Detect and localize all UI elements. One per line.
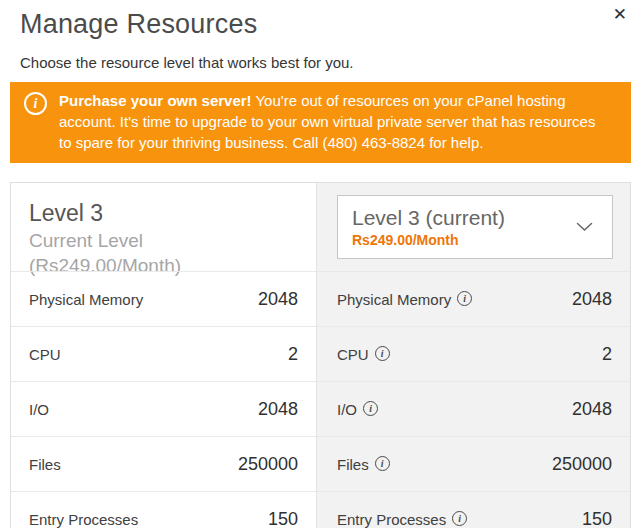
- upsell-banner: i Purchase your own server! You're out o…: [10, 82, 631, 163]
- table-row: Entry Processesi 150: [316, 491, 630, 528]
- resource-label: Filesi: [337, 456, 390, 473]
- resource-label: Entry Processes: [29, 511, 138, 528]
- resource-label: CPU: [29, 346, 61, 363]
- table-row: I/O 2048: [11, 381, 316, 436]
- table-row: CPU 2: [11, 326, 316, 381]
- resource-selected-value: 2048: [572, 399, 612, 420]
- table-row: Files 250000: [11, 436, 316, 491]
- level-selector-header-cell: Level 3 (current) Rs249.00/Month: [316, 183, 630, 271]
- table-row: CPUi 2: [316, 326, 630, 381]
- chevron-down-icon: [576, 218, 593, 236]
- info-icon[interactable]: i: [375, 456, 390, 471]
- resource-current-value: 250000: [238, 454, 298, 475]
- dialog-header: Manage Resources ✕: [0, 0, 641, 40]
- resource-current-value: 2: [288, 344, 298, 365]
- resource-label: Entry Processesi: [337, 511, 467, 528]
- resource-current-value: 2048: [258, 289, 298, 310]
- info-icon[interactable]: i: [457, 291, 472, 306]
- info-icon[interactable]: i: [452, 511, 467, 526]
- info-circle-icon: i: [24, 92, 47, 115]
- upsell-banner-text: Purchase your own server! You're out of …: [59, 90, 611, 153]
- resource-label: I/Oi: [337, 401, 378, 418]
- info-icon[interactable]: i: [375, 346, 390, 361]
- table-row: Physical Memory 2048: [11, 271, 316, 326]
- resource-label: Physical Memory: [29, 291, 143, 308]
- resource-label: Physical Memoryi: [337, 291, 472, 308]
- resource-selected-value: 150: [582, 509, 612, 528]
- close-icon[interactable]: ✕: [611, 4, 629, 25]
- level-select-dropdown[interactable]: Level 3 (current) Rs249.00/Month: [337, 195, 613, 259]
- level-select-text: Level 3 (current) Rs249.00/Month: [352, 205, 505, 249]
- current-level-header-cell: Level 3 Current Level (Rs249.00/Month): [11, 183, 316, 271]
- resource-current-value: 150: [268, 509, 298, 528]
- table-row: Entry Processes 150: [11, 491, 316, 528]
- page-title: Manage Resources: [20, 8, 621, 40]
- resource-label: I/O: [29, 401, 49, 418]
- level-select-selected: Level 3 (current): [352, 205, 505, 231]
- resource-label: CPUi: [337, 346, 390, 363]
- table-row: Filesi 250000: [316, 436, 630, 491]
- table-row: Physical Memoryi 2048: [316, 271, 630, 326]
- level-select-price: Rs249.00/Month: [352, 231, 505, 249]
- manage-resources-dialog: Manage Resources ✕ Choose the resource l…: [0, 0, 641, 528]
- current-level-name: Level 3: [29, 198, 298, 228]
- upsell-banner-headline: Purchase your own server!: [59, 92, 252, 109]
- table-row: I/Oi 2048: [316, 381, 630, 436]
- info-icon[interactable]: i: [363, 401, 378, 416]
- resource-current-value: 2048: [258, 399, 298, 420]
- resource-selected-value: 2: [602, 344, 612, 365]
- resource-selected-value: 250000: [552, 454, 612, 475]
- resource-comparison-table: Level 3 Current Level (Rs249.00/Month) L…: [10, 182, 631, 528]
- resource-selected-value: 2048: [572, 289, 612, 310]
- dialog-subtitle: Choose the resource level that works bes…: [20, 54, 621, 72]
- resource-label: Files: [29, 456, 61, 473]
